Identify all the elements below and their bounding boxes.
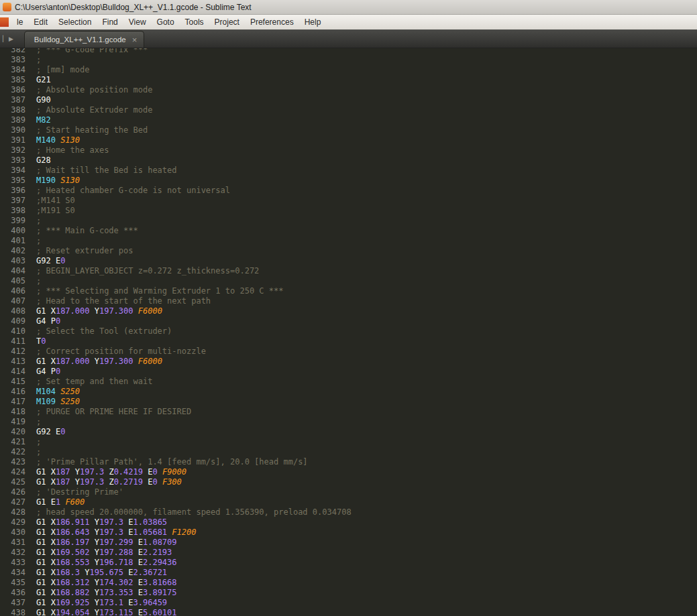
tab-bulldog-gcode[interactable]: Bulldog_XL++_V1.1.gcode × bbox=[24, 31, 144, 48]
code-text: ; *** Selecting and Warming Extruder 1 t… bbox=[25, 286, 283, 296]
code-text: G1 X168.3 Y195.675 E2.36721 bbox=[25, 568, 167, 578]
code-line[interactable]: 432G1 X169.502 Y197.288 E2.2193 bbox=[0, 548, 697, 558]
code-line[interactable]: 426; 'Destring Prime' bbox=[0, 487, 697, 497]
code-text: M140 S130 bbox=[25, 135, 80, 145]
menu-item-project[interactable]: Project bbox=[209, 15, 245, 29]
line-number: 404 bbox=[0, 266, 25, 276]
code-line[interactable]: 431G1 X186.197 Y197.299 E1.08709 bbox=[0, 538, 697, 548]
line-number: 398 bbox=[0, 206, 25, 216]
code-line[interactable]: 387G90 bbox=[0, 95, 697, 105]
line-number: 388 bbox=[0, 105, 25, 115]
tab-bar: ▏▶ Bulldog_XL++_V1.1.gcode × bbox=[0, 29, 697, 48]
code-line[interactable]: 427G1 E1 F600 bbox=[0, 497, 697, 507]
menu-item-selection[interactable]: Selection bbox=[53, 15, 97, 29]
code-line[interactable]: 406; *** Selecting and Warming Extruder … bbox=[0, 286, 697, 296]
code-text: ; bbox=[25, 276, 41, 286]
code-line[interactable]: 435G1 X168.312 Y174.302 E3.81668 bbox=[0, 578, 697, 588]
code-line[interactable]: 429G1 X186.911 Y197.3 E1.03865 bbox=[0, 517, 697, 528]
code-text: ; bbox=[25, 447, 41, 457]
code-line[interactable]: 408G1 X187.000 Y197.300 F6000 bbox=[0, 306, 697, 316]
code-line[interactable]: 395M190 S130 bbox=[0, 176, 697, 186]
code-line[interactable]: 413G1 X187.000 Y197.300 F6000 bbox=[0, 357, 697, 367]
code-text: G21 bbox=[25, 75, 51, 85]
code-text: G92 E0 bbox=[25, 256, 65, 266]
code-line[interactable]: 391M140 S130 bbox=[0, 135, 697, 145]
code-line[interactable]: 415; Set temp and then wait bbox=[0, 377, 697, 387]
menu-item-goto[interactable]: Goto bbox=[152, 15, 180, 29]
tab-scroll-arrows-icon[interactable]: ▏▶ bbox=[3, 36, 15, 42]
code-line[interactable]: 425G1 X187 Y197.3 Z0.2719 E0 F300 bbox=[0, 477, 697, 487]
code-line[interactable]: 404; BEGIN_LAYER_OBJECT z=0.272 z_thickn… bbox=[0, 266, 697, 276]
menu-item-find[interactable]: Find bbox=[97, 15, 123, 29]
sublime-app-icon bbox=[3, 3, 11, 11]
editor[interactable]: 382; *** G-code Prefix ***383;384; [mm] … bbox=[0, 48, 697, 616]
code-line[interactable]: 424G1 X187 Y197.3 Z0.4219 E0 F9000 bbox=[0, 467, 697, 477]
code-line[interactable]: 383; bbox=[0, 55, 697, 65]
code-line[interactable]: 410; Select the Tool (extruder) bbox=[0, 326, 697, 336]
code-line[interactable]: 403G92 E0 bbox=[0, 256, 697, 266]
code-line[interactable]: 405; bbox=[0, 276, 697, 286]
code-line[interactable]: 412; Correct position for multi-nozzle bbox=[0, 347, 697, 357]
code-line[interactable]: 422; bbox=[0, 447, 697, 457]
code-line[interactable]: 397;M141 S0 bbox=[0, 196, 697, 206]
code-line[interactable]: 430G1 X186.643 Y197.3 E1.05681 F1200 bbox=[0, 528, 697, 538]
code-line[interactable]: 433G1 X168.553 Y196.718 E2.29436 bbox=[0, 558, 697, 568]
code-line[interactable]: 417M109 S250 bbox=[0, 397, 697, 407]
code-text: G1 X169.502 Y197.288 E2.2193 bbox=[25, 548, 172, 558]
code-text: ; BEGIN_LAYER_OBJECT z=0.272 z_thickness… bbox=[25, 266, 259, 276]
code-line[interactable]: 420G92 E0 bbox=[0, 427, 697, 437]
menu-item-view[interactable]: View bbox=[123, 15, 152, 29]
line-number: 430 bbox=[0, 528, 25, 538]
code-line[interactable]: 423; 'Prime Pillar Path', 1.4 [feed mm/s… bbox=[0, 457, 697, 467]
line-number: 425 bbox=[0, 477, 25, 487]
code-line[interactable]: 418; PURGE OR PRIME HERE IF DESIRED bbox=[0, 407, 697, 417]
title-bar[interactable]: C:\Users\anton\Desktop\Bulldog_XL++_V1.1… bbox=[0, 0, 697, 15]
code-line[interactable]: 401; bbox=[0, 236, 697, 246]
code-lines: 382; *** G-code Prefix ***383;384; [mm] … bbox=[0, 48, 697, 616]
code-line[interactable]: 402; Reset extruder pos bbox=[0, 246, 697, 256]
code-line[interactable]: 382; *** G-code Prefix *** bbox=[0, 48, 697, 55]
code-line[interactable]: 400; *** Main G-code *** bbox=[0, 226, 697, 236]
code-line[interactable]: 437G1 X169.925 Y173.1 E3.96459 bbox=[0, 598, 697, 608]
code-line[interactable]: 399; bbox=[0, 216, 697, 226]
code-line[interactable]: 384; [mm] mode bbox=[0, 65, 697, 75]
code-text: ; *** Main G-code *** bbox=[25, 226, 138, 236]
code-line[interactable]: 407; Head to the start of the next path bbox=[0, 296, 697, 306]
code-text: ; bbox=[25, 216, 41, 226]
code-line[interactable]: 421; bbox=[0, 437, 697, 447]
menu-item-tools[interactable]: Tools bbox=[180, 15, 209, 29]
code-text: G1 X186.643 Y197.3 E1.05681 F1200 bbox=[25, 528, 196, 538]
code-line[interactable]: 414G4 P0 bbox=[0, 367, 697, 377]
menu-items: leEditSelectionFindViewGotoToolsProjectP… bbox=[11, 15, 326, 29]
menu-item-help[interactable]: Help bbox=[299, 15, 327, 29]
code-line[interactable]: 390; Start heating the Bed bbox=[0, 125, 697, 135]
line-number: 399 bbox=[0, 216, 25, 226]
tab-close-icon[interactable]: × bbox=[132, 36, 138, 44]
code-line[interactable]: 392; Home the axes bbox=[0, 145, 697, 156]
code-line[interactable]: 416M104 S250 bbox=[0, 387, 697, 397]
code-text: M82 bbox=[25, 115, 51, 125]
code-line[interactable]: 434G1 X168.3 Y195.675 E2.36721 bbox=[0, 568, 697, 578]
code-line[interactable]: 389M82 bbox=[0, 115, 697, 125]
code-text: ; Set temp and then wait bbox=[25, 377, 152, 387]
code-line[interactable]: 419; bbox=[0, 417, 697, 427]
menu-item-le[interactable]: le bbox=[11, 15, 28, 29]
code-line[interactable]: 428; head speed 20.000000, filament spee… bbox=[0, 507, 697, 517]
code-line[interactable]: 393G28 bbox=[0, 156, 697, 166]
line-number: 408 bbox=[0, 306, 25, 316]
menu-item-edit[interactable]: Edit bbox=[28, 15, 53, 29]
code-line[interactable]: 411T0 bbox=[0, 336, 697, 347]
code-line[interactable]: 438G1 X194.054 Y173.115 E5.60101 bbox=[0, 608, 697, 616]
code-line[interactable]: 436G1 X168.882 Y173.353 E3.89175 bbox=[0, 588, 697, 598]
code-text: G1 X194.054 Y173.115 E5.60101 bbox=[25, 608, 177, 616]
tab-label: Bulldog_XL++_V1.1.gcode bbox=[34, 36, 126, 44]
menu-item-preferences[interactable]: Preferences bbox=[245, 15, 299, 29]
code-text: ;M141 S0 bbox=[25, 196, 75, 206]
code-line[interactable]: 398;M191 S0 bbox=[0, 206, 697, 216]
code-line[interactable]: 386; Absolute position mode bbox=[0, 85, 697, 95]
code-line[interactable]: 385G21 bbox=[0, 75, 697, 85]
code-line[interactable]: 396; Heated chamber G-code is not univer… bbox=[0, 186, 697, 196]
code-line[interactable]: 388; Absolute Extruder mode bbox=[0, 105, 697, 115]
code-line[interactable]: 394; Wait till the Bed is heated bbox=[0, 166, 697, 176]
code-line[interactable]: 409G4 P0 bbox=[0, 316, 697, 326]
